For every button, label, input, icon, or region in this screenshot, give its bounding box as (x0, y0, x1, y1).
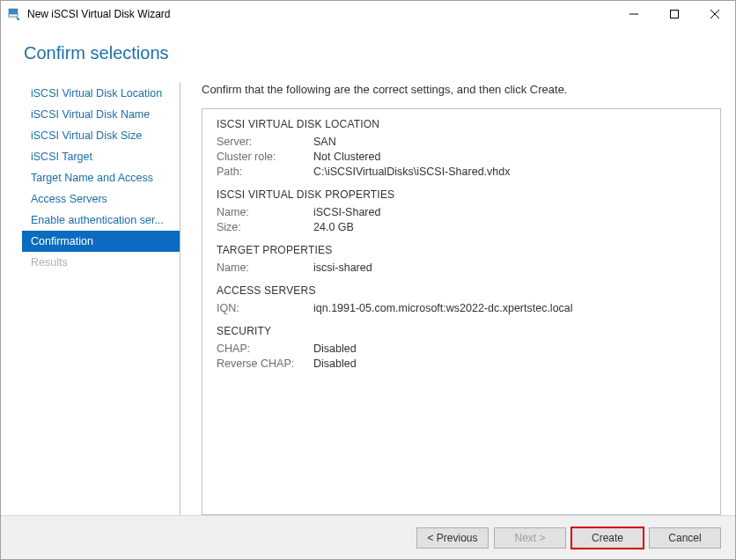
minimize-button[interactable] (614, 1, 654, 27)
step-target-name[interactable]: Target Name and Access (22, 167, 180, 188)
window-controls (614, 1, 735, 27)
row-server: Server: SAN (217, 136, 706, 148)
row-iqn: IQN: iqn.1991-05.com.microsoft:ws2022-dc… (217, 302, 706, 314)
step-name[interactable]: iSCSI Virtual Disk Name (22, 104, 180, 125)
step-location[interactable]: iSCSI Virtual Disk Location (22, 83, 180, 104)
row-reverse-chap: Reverse CHAP: Disabled (217, 357, 706, 370)
step-access-servers[interactable]: Access Servers (22, 188, 180, 210)
maximize-button[interactable] (654, 1, 695, 27)
step-results: Results (22, 252, 180, 273)
footer-buttons: < Previous Next > Create Cancel (1, 515, 735, 559)
instruction-text: Confirm that the following are the corre… (202, 83, 721, 96)
summary-panel: ISCSI VIRTUAL DISK LOCATION Server: SAN … (202, 108, 721, 515)
label-disk-size: Size: (217, 221, 313, 233)
page-title: Confirm selections (24, 43, 735, 63)
close-button[interactable] (695, 1, 735, 27)
row-target-name: Name: iscsi-shared (217, 262, 706, 274)
window-title: New iSCSI Virtual Disk Wizard (27, 8, 170, 20)
value-cluster: Not Clustered (313, 151, 380, 163)
row-path: Path: C:\iSCSIVirtualDisks\iSCSI-Shared.… (217, 166, 706, 178)
titlebar: New iSCSI Virtual Disk Wizard (1, 1, 735, 27)
next-button: Next > (494, 527, 566, 549)
value-target-name: iscsi-shared (313, 262, 372, 274)
value-disk-size: 24.0 GB (313, 221, 354, 233)
label-chap: CHAP: (217, 343, 313, 355)
maximize-icon (670, 10, 679, 18)
row-cluster: Cluster role: Not Clustered (217, 151, 706, 163)
cancel-button[interactable]: Cancel (649, 527, 721, 549)
label-iqn: IQN: (217, 302, 313, 314)
value-path: C:\iSCSIVirtualDisks\iSCSI-Shared.vhdx (313, 166, 510, 178)
label-target-name: Name: (217, 262, 313, 274)
page-header: Confirm selections (1, 27, 735, 83)
label-reverse-chap: Reverse CHAP: (217, 357, 313, 370)
value-iqn: iqn.1991-05.com.microsoft:ws2022-dc.xper… (313, 302, 573, 314)
step-size[interactable]: iSCSI Virtual Disk Size (22, 125, 180, 146)
step-authentication[interactable]: Enable authentication ser... (22, 210, 180, 231)
close-icon (710, 10, 719, 18)
label-cluster: Cluster role: (217, 151, 313, 163)
label-disk-name: Name: (217, 206, 313, 218)
wizard-body: iSCSI Virtual Disk Location iSCSI Virtua… (1, 83, 735, 515)
label-path: Path: (217, 166, 313, 178)
label-server: Server: (217, 136, 313, 148)
content-area: Confirm that the following are the corre… (180, 83, 721, 515)
step-confirmation[interactable]: Confirmation (22, 231, 180, 252)
steps-sidebar: iSCSI Virtual Disk Location iSCSI Virtua… (22, 83, 180, 515)
section-target-title: TARGET PROPERTIES (217, 244, 706, 256)
minimize-icon (629, 10, 638, 18)
app-icon (8, 7, 22, 21)
row-chap: CHAP: Disabled (217, 343, 706, 355)
section-location-title: ISCSI VIRTUAL DISK LOCATION (217, 118, 706, 130)
previous-button[interactable]: < Previous (416, 527, 489, 549)
value-reverse-chap: Disabled (313, 357, 357, 370)
svg-rect-1 (9, 14, 18, 17)
section-properties-title: ISCSI VIRTUAL DISK PROPERTIES (217, 188, 706, 201)
section-security-title: SECURITY (217, 325, 706, 337)
step-target[interactable]: iSCSI Target (22, 146, 180, 167)
wizard-window: New iSCSI Virtual Disk Wizard Confirm se… (0, 0, 736, 560)
svg-rect-3 (671, 11, 679, 18)
value-chap: Disabled (313, 343, 357, 355)
value-server: SAN (313, 136, 336, 148)
row-disk-size: Size: 24.0 GB (217, 221, 706, 233)
value-disk-name: iSCSI-Shared (313, 206, 380, 218)
section-access-title: ACCESS SERVERS (217, 284, 706, 297)
row-disk-name: Name: iSCSI-Shared (217, 206, 706, 218)
create-button[interactable]: Create (571, 527, 644, 549)
